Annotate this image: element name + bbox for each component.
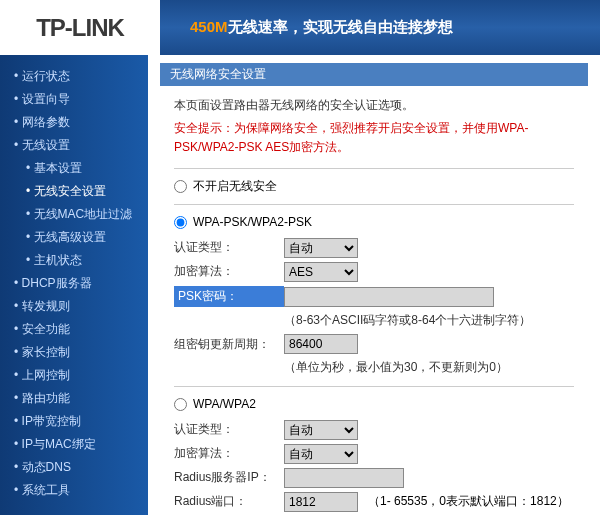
auth-select-1[interactable]: 自动: [284, 238, 358, 258]
rekey-label: 组密钥更新周期：: [174, 335, 284, 354]
logo-text: TP-LINK: [36, 14, 124, 42]
auth-label: 认证类型：: [174, 238, 284, 257]
sidebar-item-5[interactable]: 无线安全设置: [0, 180, 148, 203]
sidebar: 运行状态设置向导网络参数无线设置基本设置无线安全设置无线MAC地址过滤无线高级设…: [0, 55, 148, 515]
sidebar-item-3[interactable]: 无线设置: [0, 134, 148, 157]
rekey-hint: （单位为秒，最小值为30，不更新则为0）: [284, 358, 574, 377]
sidebar-item-6[interactable]: 无线MAC地址过滤: [0, 203, 148, 226]
sidebar-item-7[interactable]: 无线高级设置: [0, 226, 148, 249]
banner-text: 450M无线速率，实现无线自由连接梦想: [190, 18, 453, 37]
header: TP-LINK 450M无线速率，实现无线自由连接梦想: [0, 0, 600, 55]
rekey-input-1[interactable]: [284, 334, 358, 354]
sidebar-item-4[interactable]: 基本设置: [0, 157, 148, 180]
radius-port-input[interactable]: [284, 492, 358, 512]
algo-select-1[interactable]: AES: [284, 262, 358, 282]
sidebar-item-13[interactable]: 上网控制: [0, 364, 148, 387]
sidebar-item-0[interactable]: 运行状态: [0, 65, 148, 88]
algo-label-2: 加密算法：: [174, 444, 284, 463]
radio-wpapsk[interactable]: [174, 216, 187, 229]
divider: [174, 386, 574, 387]
sidebar-item-18[interactable]: 系统工具: [0, 479, 148, 502]
radio-wpa[interactable]: [174, 398, 187, 411]
content: 无线网络安全设置 本页面设置路由器无线网络的安全认证选项。 安全提示：为保障网络…: [148, 55, 600, 515]
radio-wpa-label: WPA/WPA2: [193, 395, 256, 414]
sidebar-item-12[interactable]: 家长控制: [0, 341, 148, 364]
radio-wpapsk-label: WPA-PSK/WPA2-PSK: [193, 213, 312, 232]
auth-label-2: 认证类型：: [174, 420, 284, 439]
sidebar-item-8[interactable]: 主机状态: [0, 249, 148, 272]
sidebar-item-15[interactable]: IP带宽控制: [0, 410, 148, 433]
radius-port-hint: （1- 65535，0表示默认端口：1812）: [368, 492, 569, 511]
divider: [174, 168, 574, 169]
auth-select-2[interactable]: 自动: [284, 420, 358, 440]
panel-title: 无线网络安全设置: [160, 63, 588, 86]
sidebar-item-17[interactable]: 动态DNS: [0, 456, 148, 479]
sidebar-item-14[interactable]: 路由功能: [0, 387, 148, 410]
algo-select-2[interactable]: 自动: [284, 444, 358, 464]
sidebar-item-11[interactable]: 安全功能: [0, 318, 148, 341]
sidebar-item-2[interactable]: 网络参数: [0, 111, 148, 134]
sidebar-item-16[interactable]: IP与MAC绑定: [0, 433, 148, 456]
radius-port-label: Radius端口：: [174, 492, 284, 511]
radio-none[interactable]: [174, 180, 187, 193]
sidebar-item-1[interactable]: 设置向导: [0, 88, 148, 111]
psk-label: PSK密码：: [174, 286, 284, 307]
radius-ip-input[interactable]: [284, 468, 404, 488]
algo-label: 加密算法：: [174, 262, 284, 281]
radius-ip-label: Radius服务器IP：: [174, 468, 284, 487]
divider: [174, 204, 574, 205]
security-warning: 安全提示：为保障网络安全，强烈推荐开启安全设置，并使用WPA-PSK/WPA2-…: [174, 119, 574, 157]
logo: TP-LINK: [0, 0, 160, 55]
psk-input[interactable]: [284, 287, 494, 307]
psk-hint: （8-63个ASCII码字符或8-64个十六进制字符）: [284, 311, 574, 330]
sidebar-item-9[interactable]: DHCP服务器: [0, 272, 148, 295]
radio-none-label: 不开启无线安全: [193, 177, 277, 196]
sidebar-item-10[interactable]: 转发规则: [0, 295, 148, 318]
intro-text: 本页面设置路由器无线网络的安全认证选项。: [174, 96, 574, 115]
